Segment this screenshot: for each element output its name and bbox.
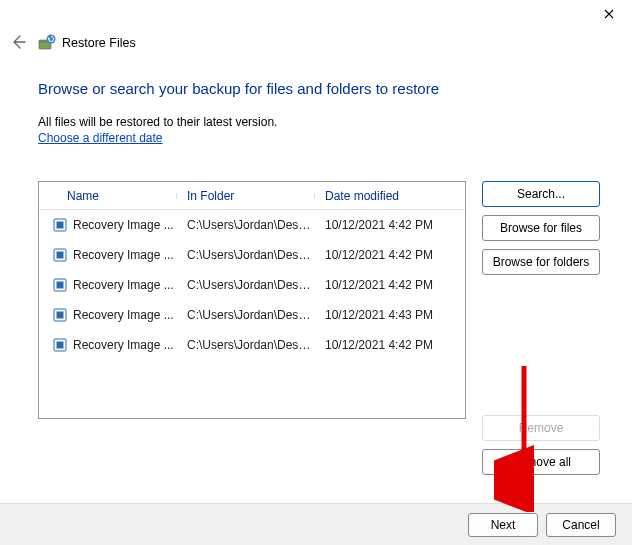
browse-folders-button[interactable]: Browse for folders [482,249,600,275]
file-list: Name In Folder Date modified Recovery Im… [38,181,466,419]
window-title: Restore Files [62,36,136,50]
content-area: Browse or search your backup for files a… [0,52,632,475]
remove-button: Remove [482,415,600,441]
file-folder: C:\Users\Jordan\Deskt... [177,248,315,262]
close-icon[interactable] [600,5,618,23]
file-icon [53,248,67,262]
file-date: 10/12/2021 4:43 PM [315,308,445,322]
file-folder: C:\Users\Jordan\Deskt... [177,218,315,232]
svg-rect-7 [57,282,64,289]
info-text: All files will be restored to their late… [38,115,600,129]
titlebar [0,0,632,28]
svg-rect-9 [57,312,64,319]
col-header-date[interactable]: Date modified [315,189,445,203]
file-date: 10/12/2021 4:42 PM [315,218,445,232]
choose-date-link[interactable]: Choose a different date [38,131,163,145]
cancel-button[interactable]: Cancel [546,513,616,537]
file-folder: C:\Users\Jordan\Deskt... [177,278,315,292]
next-button[interactable]: Next [468,513,538,537]
remove-all-button[interactable]: Remove all [482,449,600,475]
table-row[interactable]: Recovery Image ...C:\Users\Jordan\Deskt.… [39,300,465,330]
search-button[interactable]: Search... [482,181,600,207]
table-row[interactable]: Recovery Image ...C:\Users\Jordan\Deskt.… [39,270,465,300]
svg-rect-5 [57,252,64,259]
file-name: Recovery Image ... [73,218,174,232]
svg-rect-11 [57,342,64,349]
file-icon [53,338,67,352]
restore-icon [38,34,56,52]
file-icon [53,218,67,232]
list-header: Name In Folder Date modified [39,182,465,210]
file-folder: C:\Users\Jordan\Deskt... [177,308,315,322]
col-header-folder[interactable]: In Folder [177,189,315,203]
file-name: Recovery Image ... [73,308,174,322]
back-icon[interactable] [10,34,28,52]
svg-rect-3 [57,222,64,229]
file-folder: C:\Users\Jordan\Deskt... [177,338,315,352]
file-name: Recovery Image ... [73,338,174,352]
svg-point-1 [47,35,56,44]
browse-files-button[interactable]: Browse for files [482,215,600,241]
file-date: 10/12/2021 4:42 PM [315,248,445,262]
file-name: Recovery Image ... [73,248,174,262]
file-icon [53,308,67,322]
file-date: 10/12/2021 4:42 PM [315,338,445,352]
table-row[interactable]: Recovery Image ...C:\Users\Jordan\Deskt.… [39,330,465,360]
side-panel: Search... Browse for files Browse for fo… [482,181,600,475]
file-date: 10/12/2021 4:42 PM [315,278,445,292]
col-header-name[interactable]: Name [39,189,177,203]
header: Restore Files [0,28,632,52]
footer: Next Cancel [0,503,632,545]
file-icon [53,278,67,292]
file-name: Recovery Image ... [73,278,174,292]
table-row[interactable]: Recovery Image ...C:\Users\Jordan\Deskt.… [39,210,465,240]
page-heading: Browse or search your backup for files a… [38,80,600,97]
table-row[interactable]: Recovery Image ...C:\Users\Jordan\Deskt.… [39,240,465,270]
